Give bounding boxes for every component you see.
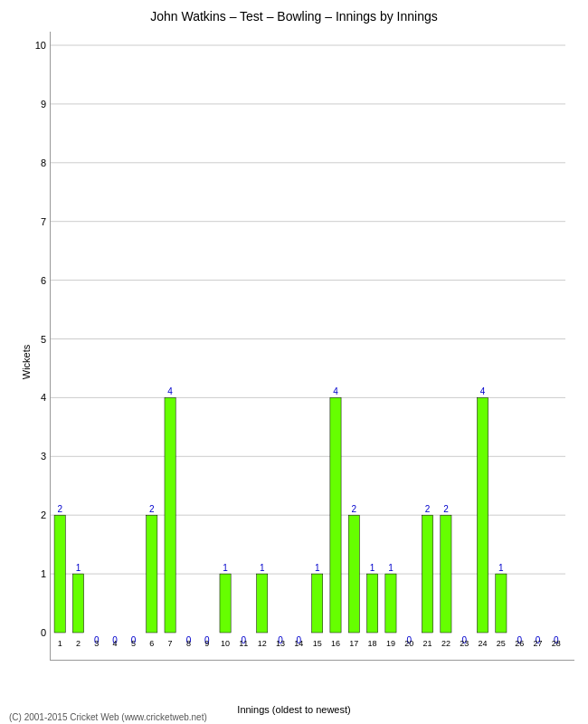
copyright-text: (C) 2001-2015 Cricket Web (www.cricketwe… <box>9 712 207 722</box>
chart-area: 0123456789102112030405264708091100111120… <box>50 32 574 661</box>
svg-text:19: 19 <box>386 639 395 648</box>
svg-text:23: 23 <box>460 639 469 648</box>
svg-text:4: 4 <box>333 386 338 396</box>
x-axis-label: Innings (oldest to newest) <box>237 704 350 715</box>
svg-text:9: 9 <box>204 639 209 648</box>
svg-text:21: 21 <box>423 639 432 648</box>
svg-text:8: 8 <box>186 639 191 648</box>
svg-text:16: 16 <box>331 639 340 648</box>
svg-text:8: 8 <box>41 157 46 168</box>
svg-text:2: 2 <box>76 639 81 648</box>
svg-text:2: 2 <box>149 504 155 514</box>
svg-text:2: 2 <box>57 504 62 514</box>
svg-rect-64 <box>367 574 378 633</box>
svg-text:5: 5 <box>131 639 136 648</box>
svg-text:12: 12 <box>258 639 267 648</box>
svg-rect-21 <box>54 515 65 633</box>
svg-text:7: 7 <box>168 639 173 648</box>
svg-text:1: 1 <box>41 568 46 579</box>
svg-text:1: 1 <box>260 563 265 573</box>
svg-text:7: 7 <box>41 216 46 227</box>
svg-text:4: 4 <box>41 392 46 403</box>
y-axis-label: Wickets <box>21 345 32 380</box>
svg-text:2: 2 <box>41 510 46 520</box>
svg-text:1: 1 <box>498 563 504 573</box>
svg-rect-24 <box>72 574 83 633</box>
svg-text:28: 28 <box>552 639 561 648</box>
svg-text:26: 26 <box>515 639 524 648</box>
svg-rect-83 <box>496 574 507 633</box>
svg-rect-36 <box>165 397 175 633</box>
svg-text:15: 15 <box>313 639 322 648</box>
svg-text:2: 2 <box>425 504 431 514</box>
svg-text:20: 20 <box>404 639 413 648</box>
svg-text:1: 1 <box>370 563 375 573</box>
svg-text:5: 5 <box>41 334 46 345</box>
svg-rect-75 <box>441 515 451 633</box>
svg-text:10: 10 <box>35 40 46 51</box>
svg-text:3: 3 <box>94 639 99 648</box>
svg-text:2: 2 <box>352 504 357 514</box>
svg-rect-55 <box>312 574 323 633</box>
svg-rect-72 <box>422 515 432 633</box>
svg-text:1: 1 <box>315 563 320 573</box>
svg-text:17: 17 <box>349 639 358 648</box>
svg-rect-80 <box>477 397 488 633</box>
svg-text:24: 24 <box>479 639 488 648</box>
chart-svg: 0123456789102112030405264708091100111120… <box>51 32 574 660</box>
svg-text:1: 1 <box>223 563 228 573</box>
svg-text:6: 6 <box>149 639 154 648</box>
svg-text:1: 1 <box>58 639 62 648</box>
svg-text:1: 1 <box>76 563 81 573</box>
svg-text:22: 22 <box>441 639 450 648</box>
svg-text:6: 6 <box>41 275 46 286</box>
svg-text:2: 2 <box>443 504 449 514</box>
svg-text:9: 9 <box>41 99 46 110</box>
svg-text:18: 18 <box>368 639 377 648</box>
svg-text:4: 4 <box>113 639 118 648</box>
svg-text:1: 1 <box>388 563 394 573</box>
svg-text:3: 3 <box>41 451 46 462</box>
chart-container: John Watkins – Test – Bowling – Innings … <box>0 0 588 724</box>
svg-rect-58 <box>330 397 341 633</box>
svg-text:4: 4 <box>480 386 486 396</box>
svg-text:10: 10 <box>221 639 230 648</box>
svg-text:14: 14 <box>294 639 303 648</box>
svg-rect-67 <box>385 574 396 633</box>
svg-rect-48 <box>257 574 268 633</box>
chart-title: John Watkins – Test – Bowling – Innings … <box>0 0 588 28</box>
svg-text:27: 27 <box>534 639 543 648</box>
svg-text:13: 13 <box>276 639 285 648</box>
svg-text:25: 25 <box>497 639 506 648</box>
svg-text:0: 0 <box>41 627 46 638</box>
svg-rect-33 <box>147 515 157 633</box>
svg-rect-43 <box>220 574 231 633</box>
svg-text:11: 11 <box>239 639 248 648</box>
svg-rect-61 <box>348 515 359 633</box>
svg-text:4: 4 <box>167 386 173 396</box>
